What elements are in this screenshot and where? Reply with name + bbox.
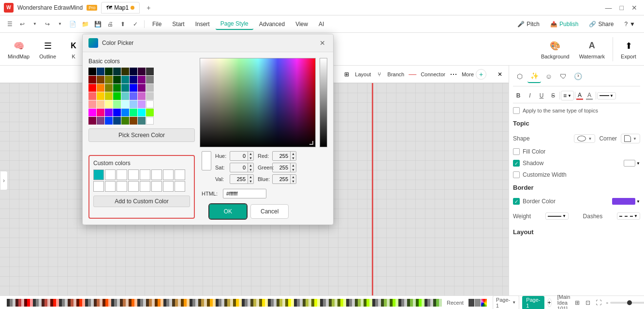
sat-value[interactable]: 0 bbox=[230, 164, 248, 171]
color-cell[interactable] bbox=[88, 76, 96, 84]
blue-down[interactable]: ▼ bbox=[290, 179, 296, 183]
custom-color-cell[interactable] bbox=[117, 169, 127, 180]
color-cell[interactable] bbox=[113, 100, 121, 108]
color-cell[interactable] bbox=[97, 84, 104, 92]
color-cell[interactable] bbox=[88, 68, 96, 75]
green-value[interactable]: 255 bbox=[273, 164, 290, 171]
color-cell[interactable] bbox=[121, 109, 129, 116]
val-up[interactable]: ▲ bbox=[248, 175, 253, 179]
color-cell[interactable] bbox=[138, 109, 146, 116]
hue-input[interactable]: 0 ▲ ▼ bbox=[230, 151, 254, 161]
color-cell[interactable] bbox=[97, 109, 104, 116]
red-value[interactable]: 255 bbox=[273, 152, 290, 160]
color-cell[interactable] bbox=[121, 68, 129, 75]
color-cell[interactable] bbox=[138, 68, 146, 75]
color-cell[interactable] bbox=[105, 92, 113, 100]
blue-input[interactable]: 255 ▲ ▼ bbox=[272, 174, 296, 184]
color-spectrum[interactable] bbox=[200, 58, 316, 147]
color-cell[interactable] bbox=[97, 117, 104, 125]
blue-value[interactable]: 255 bbox=[273, 175, 290, 183]
custom-color-cell[interactable] bbox=[105, 181, 116, 192]
blue-up[interactable]: ▲ bbox=[290, 175, 296, 179]
custom-color-cell[interactable] bbox=[128, 169, 139, 180]
color-cell[interactable] bbox=[105, 76, 113, 84]
custom-color-cell[interactable] bbox=[117, 181, 127, 192]
custom-color-cell[interactable] bbox=[93, 169, 104, 180]
red-input[interactable]: 255 ▲ ▼ bbox=[272, 151, 296, 161]
custom-color-cell[interactable] bbox=[175, 169, 185, 180]
green-up[interactable]: ▲ bbox=[290, 163, 296, 168]
color-cell[interactable] bbox=[146, 84, 154, 92]
color-cell[interactable] bbox=[88, 109, 96, 116]
color-cell[interactable] bbox=[105, 84, 113, 92]
custom-color-cell[interactable] bbox=[151, 181, 162, 192]
hue-up[interactable]: ▲ bbox=[248, 152, 253, 156]
color-cell[interactable] bbox=[121, 92, 129, 100]
custom-color-cell[interactable] bbox=[175, 181, 185, 192]
color-cell[interactable] bbox=[146, 92, 154, 100]
color-cell[interactable] bbox=[113, 117, 121, 125]
color-cell[interactable] bbox=[113, 92, 121, 100]
color-cell[interactable] bbox=[138, 100, 146, 108]
color-cell[interactable] bbox=[113, 76, 121, 84]
color-cell[interactable] bbox=[138, 76, 146, 84]
color-cell[interactable] bbox=[146, 117, 154, 125]
color-cell[interactable] bbox=[97, 92, 104, 100]
add-custom-color-button[interactable]: Add to Custom Color bbox=[93, 196, 190, 207]
color-cell[interactable] bbox=[88, 92, 96, 100]
pick-screen-button[interactable]: Pick Screen Color bbox=[88, 128, 195, 142]
html-input[interactable]: #ffffff bbox=[223, 189, 266, 198]
lightness-slider[interactable] bbox=[320, 58, 327, 147]
custom-color-cell[interactable] bbox=[128, 181, 139, 192]
val-down[interactable]: ▼ bbox=[248, 179, 253, 183]
sat-up[interactable]: ▲ bbox=[248, 163, 253, 168]
color-cell[interactable] bbox=[121, 84, 129, 92]
color-cell[interactable] bbox=[113, 109, 121, 116]
color-cell[interactable] bbox=[138, 84, 146, 92]
green-down[interactable]: ▼ bbox=[290, 168, 296, 172]
color-cell[interactable] bbox=[97, 76, 104, 84]
color-cell[interactable] bbox=[130, 92, 137, 100]
custom-color-cell[interactable] bbox=[163, 169, 174, 180]
color-cell[interactable] bbox=[130, 109, 137, 116]
color-cell[interactable] bbox=[146, 100, 154, 108]
color-cell[interactable] bbox=[88, 100, 96, 108]
hue-value[interactable]: 0 bbox=[230, 152, 248, 160]
color-cell[interactable] bbox=[130, 117, 137, 125]
color-cell[interactable] bbox=[121, 117, 129, 125]
red-up[interactable]: ▲ bbox=[290, 152, 296, 156]
color-cell[interactable] bbox=[138, 117, 146, 125]
color-cell[interactable] bbox=[113, 68, 121, 75]
hue-down[interactable]: ▼ bbox=[248, 156, 253, 160]
sat-down[interactable]: ▼ bbox=[248, 168, 253, 172]
dialog-close-button[interactable]: ✕ bbox=[318, 38, 327, 48]
color-cell[interactable] bbox=[130, 76, 137, 84]
color-cell[interactable] bbox=[97, 68, 104, 75]
color-cell[interactable] bbox=[105, 109, 113, 116]
custom-color-cell[interactable] bbox=[93, 181, 104, 192]
color-cell[interactable] bbox=[146, 76, 154, 84]
custom-color-cell[interactable] bbox=[105, 169, 116, 180]
cancel-button[interactable]: Cancel bbox=[250, 204, 289, 219]
color-cell[interactable] bbox=[130, 100, 137, 108]
green-input[interactable]: 255 ▲ ▼ bbox=[272, 163, 296, 172]
color-cell[interactable] bbox=[113, 84, 121, 92]
color-cell[interactable] bbox=[121, 100, 129, 108]
color-cell[interactable] bbox=[146, 68, 154, 75]
sat-input[interactable]: 0 ▲ ▼ bbox=[230, 163, 254, 172]
color-cell[interactable] bbox=[130, 68, 137, 75]
val-value[interactable]: 255 bbox=[230, 175, 248, 183]
color-cell[interactable] bbox=[121, 76, 129, 84]
custom-color-cell[interactable] bbox=[163, 181, 174, 192]
color-cell[interactable] bbox=[88, 84, 96, 92]
red-down[interactable]: ▼ bbox=[290, 156, 296, 160]
custom-color-cell[interactable] bbox=[140, 169, 150, 180]
custom-color-cell[interactable] bbox=[140, 181, 150, 192]
color-cell[interactable] bbox=[138, 92, 146, 100]
color-cell[interactable] bbox=[146, 109, 154, 116]
custom-color-cell[interactable] bbox=[151, 169, 162, 180]
color-cell[interactable] bbox=[105, 117, 113, 125]
color-cell[interactable] bbox=[88, 117, 96, 125]
color-cell[interactable] bbox=[105, 100, 113, 108]
ok-button[interactable]: OK bbox=[209, 204, 247, 219]
